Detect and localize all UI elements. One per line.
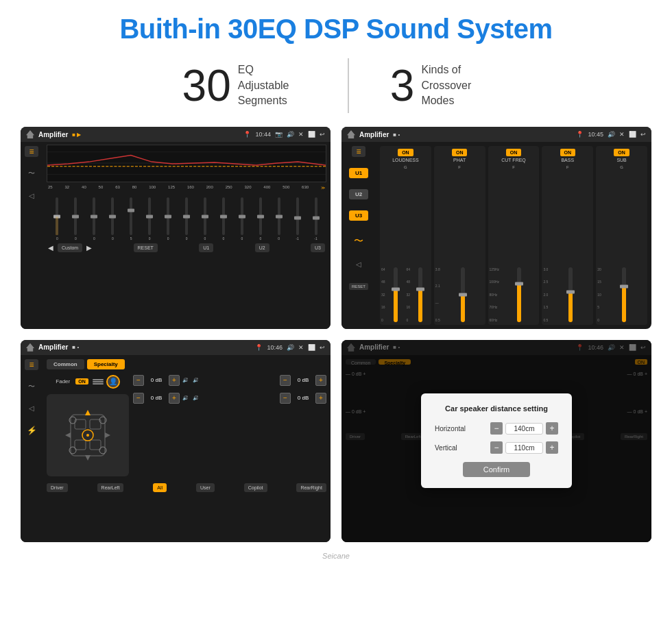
slider-3[interactable]: 0 [85,197,104,241]
eq-sliders: 0 0 0 0 5 [47,193,326,241]
loudness-fader2[interactable] [418,267,422,322]
phat-fader[interactable] [461,267,465,322]
speaker-icon-2[interactable]: ◁ [352,258,365,269]
loudness-on[interactable]: ON [398,149,413,156]
db-bottomleft: − 0 dB + 🔊 🔊 [133,393,199,404]
custom-btn[interactable]: Custom [58,243,82,252]
slider-5[interactable]: 5 [122,197,141,241]
minus-btn-2[interactable]: − [280,375,291,386]
vol-icon-3: 🔊 [287,344,294,351]
next-icon[interactable]: ▶ [86,244,92,252]
u2-btn[interactable]: U2 [255,243,269,252]
home-icon[interactable] [26,130,34,138]
slider-15[interactable]: -1 [307,197,325,241]
vertical-minus[interactable]: − [490,441,503,454]
screen-crossover: Amplifier ■ • 📍 10:45 🔊 ✕ ⬜ ↩ ≡ U1 U2 U3… [341,127,651,329]
user-btn[interactable]: User [196,483,215,492]
ch-sub: ON SUB G 20151050 [596,146,647,325]
slider-4[interactable]: 0 [104,197,122,241]
screen1-time: 10:44 [255,131,271,138]
plus-btn-4[interactable]: + [315,393,326,404]
plus-btn-3[interactable]: + [169,393,180,404]
vertical-input[interactable] [505,442,543,454]
vertical-plus[interactable]: + [546,441,558,454]
plus-btn-2[interactable]: + [315,375,326,386]
u2-side-btn[interactable]: U2 [349,189,368,199]
slider-13[interactable]: 0 [269,197,288,241]
speaker-icon[interactable]: ◁ [25,190,38,201]
horizontal-minus[interactable]: − [490,422,503,435]
slider-2[interactable]: 0 [67,197,85,241]
loudness-fader[interactable] [394,267,398,322]
minus-btn-3[interactable]: − [133,393,144,404]
wave-icon-2[interactable]: 〜 [354,235,363,246]
sub-on[interactable]: ON [614,149,629,156]
play-icons: ■ ▶ [72,132,81,138]
db-topleft: − 0 dB + 🔊 🔊 [133,375,199,386]
wave-icon[interactable]: 〜 [25,168,38,179]
common-tab[interactable]: Common [47,359,84,369]
copilot-btn[interactable]: Copilot [244,483,267,492]
page-title: Buith-in 30EQ DSP Sound System [0,0,672,51]
slider-1[interactable]: 0 [48,197,67,241]
screen2-body: ≡ U1 U2 U3 〜 ◁ RESET ON LOUDNESS G [341,142,651,329]
fader-on-badge: ON [75,378,88,385]
u1-btn[interactable]: U1 [199,243,213,252]
bass-fader[interactable] [568,267,573,322]
slider-14[interactable]: -1 [288,197,307,241]
svg-marker-14 [65,432,71,438]
slider-7[interactable]: 0 [159,197,178,241]
slider-8[interactable]: 0 [178,197,196,241]
person-icon: 👤 [106,375,120,389]
camera-icon: 📷 [275,131,283,138]
db-val-3: 0 dB [147,395,166,401]
home-icon-3[interactable] [26,343,34,352]
prev-icon[interactable]: ◀ [48,244,53,252]
specialty-tab[interactable]: Specialty [87,359,125,369]
slider-11[interactable]: 0 [232,197,251,241]
cutfreq-on[interactable]: ON [506,149,522,156]
stat-eq-desc: EQ AdjustableSegments [238,62,307,108]
slider-6[interactable]: 0 [141,197,159,241]
rearleft-btn[interactable]: RearLeft [97,483,124,492]
u3-side-btn[interactable]: U3 [349,210,368,221]
minus-btn-4[interactable]: − [280,393,291,404]
confirm-button[interactable]: Confirm [463,462,531,477]
vertical-row: Vertical − + [435,441,558,454]
minus-btn-1[interactable]: − [133,375,144,386]
crossover-sidebar: ≡ U1 U2 U3 〜 ◁ RESET [341,142,376,329]
sub-fader[interactable] [622,267,626,322]
wave-icon-3[interactable]: 〜 [25,381,38,392]
screen3-header: Amplifier ■ • 📍 10:46 🔊 ✕ ⬜ ↩ [21,340,331,355]
back-icon: ↩ [320,131,325,138]
screen1-sidebar: ≡ 〜 ◁ [21,142,43,329]
horizontal-plus[interactable]: + [546,422,558,435]
bt-icon-3[interactable]: ⚡ [25,425,38,436]
eq-icon-2[interactable]: ≡ [352,146,365,157]
slider-10[interactable]: 0 [214,197,232,241]
eq-icon[interactable]: ≡ [25,146,38,157]
screen2-time: 10:45 [588,131,603,138]
db-bottom-row: − 0 dB + 🔊 🔊 − 0 dB + [133,393,326,408]
db-bottomright: − 0 dB + [280,393,326,404]
bass-on[interactable]: ON [560,149,576,156]
screen-eq: Amplifier ■ ▶ 📍 10:44 📷 🔊 ✕ ⬜ ↩ ≡ 〜 ◁ [21,127,331,329]
cutfreq-fader[interactable] [517,267,521,322]
horizontal-input[interactable] [505,423,543,435]
u3-btn[interactable]: U3 [311,243,325,252]
plus-btn-1[interactable]: + [169,375,180,386]
reset-side-btn[interactable]: RESET [349,283,368,290]
reset-btn[interactable]: RESET [134,243,158,252]
rearright-btn[interactable]: RearRight [296,483,326,492]
slider-9[interactable]: 0 [196,197,215,241]
driver-btn[interactable]: Driver [47,483,68,492]
phat-on[interactable]: ON [452,149,468,156]
ch-cutfreq: ON CUT FREQ F 125Hz100Hz80Hz70Hz60Hz [488,146,540,325]
home-icon-2[interactable] [347,130,355,138]
speaker-icon-3[interactable]: ◁ [25,403,38,414]
all-btn[interactable]: All [153,483,167,492]
watermark: Seicane [0,549,672,563]
eq-icon-3[interactable]: ≡ [25,359,38,370]
slider-12[interactable]: 0 [251,197,269,241]
u1-side-btn[interactable]: U1 [349,168,368,178]
